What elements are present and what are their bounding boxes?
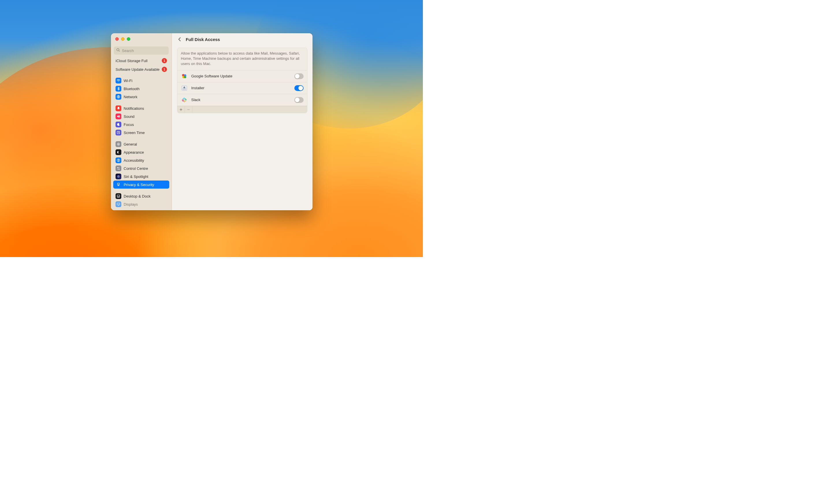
svg-point-27 — [183, 101, 183, 101]
slack-icon — [181, 97, 188, 103]
sidebar-item-label: Control Centre — [123, 166, 148, 171]
app-row-installer[interactable]: Installer — [177, 82, 307, 94]
svg-point-5 — [118, 144, 119, 145]
accessibility-icon — [115, 157, 121, 163]
list-footer — [177, 106, 307, 113]
privacy-icon — [115, 182, 121, 187]
app-name-label: Google Software Update — [191, 74, 291, 78]
sidebar-item-label: Sound — [123, 114, 135, 119]
sidebar-item-bluetooth[interactable]: Bluetooth — [113, 85, 169, 93]
svg-rect-22 — [184, 100, 185, 102]
svg-point-17 — [184, 76, 186, 78]
sidebar-item-label: Displays — [123, 202, 138, 207]
focus-icon — [115, 121, 121, 128]
toggle-google-software-update[interactable] — [294, 73, 303, 79]
svg-rect-20 — [184, 97, 185, 99]
desktop-dock-icon — [115, 193, 121, 199]
sidebar-item-label: Focus — [123, 122, 134, 127]
google-updater-icon — [181, 73, 188, 80]
toggle-installer[interactable] — [294, 85, 303, 91]
sidebar-item-accessibility[interactable]: Accessibility — [113, 156, 169, 164]
toggle-slack[interactable] — [294, 97, 303, 103]
svg-point-8 — [118, 159, 119, 160]
notice-software-update[interactable]: Software Update Available 1 — [113, 65, 169, 74]
sidebar-item-desktop-dock[interactable]: Desktop & Dock — [113, 192, 169, 200]
sidebar-item-privacy-security[interactable]: Privacy & Security — [113, 181, 169, 189]
sidebar-item-siri-spotlight[interactable]: Siri & Spotlight — [113, 172, 169, 181]
content-pane: Full Disk Access Allow the applications … — [172, 33, 313, 210]
back-button[interactable] — [177, 37, 182, 42]
notice-label: Software Update Available — [115, 67, 159, 72]
sidebar-item-control-centre[interactable]: Control Centre — [113, 164, 169, 172]
sidebar-item-label: Bluetooth — [123, 87, 140, 91]
svg-point-11 — [118, 176, 119, 177]
siri-icon — [115, 174, 121, 179]
sidebar-item-label: Notifications — [123, 106, 144, 111]
window-controls — [111, 33, 172, 45]
sidebar-item-label: Network — [123, 95, 138, 99]
notice-icloud-storage-full[interactable]: iCloud Storage Full 1 — [113, 58, 169, 65]
screen-time-icon — [115, 130, 121, 136]
page-title: Full Disk Access — [186, 37, 220, 42]
system-settings-window: iCloud Storage Full 1 Software Update Av… — [111, 33, 313, 210]
zoom-window-button[interactable] — [127, 37, 130, 41]
sidebar-item-label: General — [123, 142, 137, 146]
search-field[interactable] — [114, 46, 169, 55]
sidebar-item-label: Desktop & Dock — [123, 194, 150, 199]
add-app-button[interactable] — [177, 106, 185, 113]
svg-point-10 — [117, 176, 119, 177]
svg-line-1 — [119, 50, 119, 51]
bluetooth-icon — [115, 86, 121, 92]
sidebar-item-focus[interactable]: Focus — [113, 120, 169, 129]
sidebar-item-general[interactable]: General — [113, 140, 169, 148]
remove-app-button[interactable] — [185, 106, 192, 113]
sidebar-item-network[interactable]: Network — [113, 93, 169, 101]
svg-rect-13 — [117, 203, 120, 205]
sidebar-item-sound[interactable]: Sound — [113, 112, 169, 120]
control-centre-icon — [115, 166, 121, 171]
sidebar-item-label: Wi-Fi — [123, 78, 132, 83]
sidebar-item-appearance[interactable]: Appearance — [113, 148, 169, 156]
search-input[interactable] — [122, 48, 167, 53]
svg-point-24 — [183, 98, 183, 99]
sidebar-item-screen-time[interactable]: Screen Time — [113, 129, 169, 137]
svg-rect-21 — [185, 99, 187, 100]
svg-point-2 — [118, 81, 119, 82]
notice-badge: 1 — [162, 58, 167, 63]
svg-rect-23 — [182, 100, 184, 101]
search-icon — [116, 48, 120, 53]
general-icon — [115, 141, 121, 147]
sidebar-item-label: Accessibility — [123, 158, 144, 163]
app-row-google-software-update[interactable]: Google Software Update — [177, 70, 307, 82]
sidebar-item-label: Screen Time — [123, 131, 145, 135]
sound-icon — [115, 113, 121, 119]
installer-icon — [181, 85, 188, 92]
sidebar-item-displays[interactable]: Displays — [113, 200, 169, 208]
network-icon — [115, 94, 121, 100]
app-name-label: Slack — [191, 98, 291, 102]
minimize-window-button[interactable] — [121, 37, 124, 41]
sidebar-item-label: Privacy & Security — [123, 183, 154, 187]
wifi-icon — [115, 78, 121, 83]
app-name-label: Installer — [191, 86, 291, 90]
app-row-slack[interactable]: Slack — [177, 94, 307, 106]
sidebar-item-label: Appearance — [123, 150, 144, 154]
sidebar-item-label: Siri & Spotlight — [123, 175, 148, 179]
close-window-button[interactable] — [115, 37, 119, 41]
notice-badge: 1 — [162, 67, 167, 72]
notifications-icon — [115, 105, 121, 111]
svg-point-26 — [185, 101, 186, 101]
svg-point-0 — [117, 48, 119, 51]
displays-icon — [115, 201, 121, 207]
sidebar-item-notifications[interactable]: Notifications — [113, 104, 169, 112]
svg-rect-12 — [117, 195, 120, 197]
sidebar-item-wifi[interactable]: Wi-Fi — [113, 76, 169, 85]
svg-point-25 — [185, 98, 186, 99]
full-disk-access-panel: Allow the applications below to access d… — [177, 48, 307, 113]
appearance-icon — [115, 149, 121, 155]
notice-label: iCloud Storage Full — [115, 59, 148, 63]
sidebar: iCloud Storage Full 1 Software Update Av… — [111, 33, 172, 210]
panel-description: Allow the applications below to access d… — [177, 48, 307, 70]
